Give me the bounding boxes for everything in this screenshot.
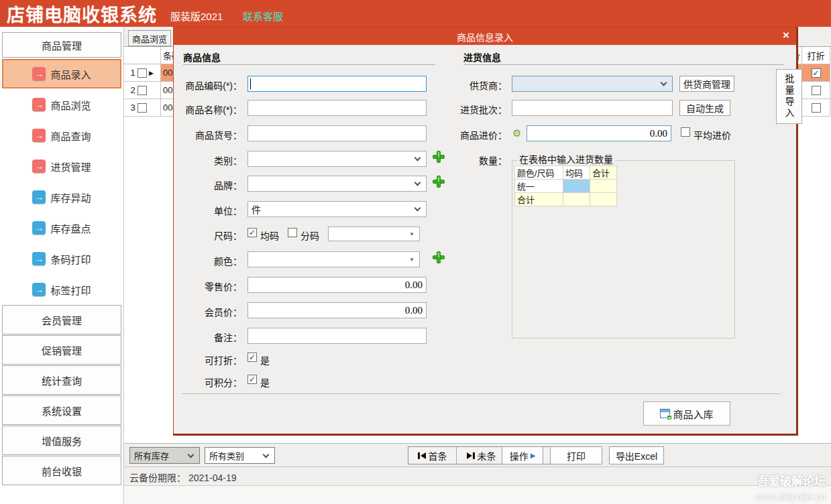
sidebar-item-inventory-count[interactable]: → 库存盘点 <box>2 213 121 243</box>
sidebar-group-front-cashier[interactable]: 前台收银 <box>2 456 121 485</box>
sidebar-item-purchase-management[interactable]: → 进货管理 <box>2 151 121 181</box>
export-excel-button[interactable]: 导出Excel <box>609 446 664 464</box>
discountable-checkbox[interactable]: ✓ <box>247 353 257 362</box>
field-label-code: 商品编码(*)： <box>142 78 242 92</box>
dialog-title: 商品信息录入 <box>174 30 796 44</box>
discount-checkbox-checked[interactable]: ✓ <box>812 68 821 78</box>
sidebar-item-inventory-change[interactable]: → 库存异动 <box>2 182 121 212</box>
bottom-toolbar: 所有库存 所有类别 首条 未条 ✓ 提交 × 取消 操作 ▶ <box>124 443 831 466</box>
sidebar-group-value-added-services[interactable]: 增值服务 <box>2 426 121 455</box>
field-label-name: 商品名称(*)： <box>142 103 242 116</box>
sidebar-group-product-management[interactable]: 商品管理 <box>2 32 121 58</box>
product-sku-input[interactable] <box>247 125 427 141</box>
discount-checkbox[interactable]: ✓ <box>812 86 821 95</box>
section-divider <box>463 64 784 65</box>
sidebar-item-barcode-print[interactable]: → 条码打印 <box>2 244 121 273</box>
stock-in-icon <box>660 409 670 418</box>
product-name-input[interactable] <box>247 100 427 116</box>
table-cell-discount[interactable]: ✓ <box>802 99 830 117</box>
field-label-qty: 数量： <box>406 153 507 167</box>
qty-table: 颜色/尺码 均码 合计 统一 合计 <box>514 166 617 206</box>
split-size-checkbox[interactable]: ✓ <box>288 228 297 237</box>
caret-down-icon: ▼ <box>409 231 414 237</box>
sidebar-group-promotion-management[interactable]: 促销管理 <box>2 335 121 365</box>
field-label-remark: 备注： <box>142 330 242 344</box>
operate-button[interactable]: 操作 ▶ <box>502 446 543 464</box>
footer-divider <box>182 393 781 394</box>
sidebar-group-statistics-query[interactable]: 统计查询 <box>2 365 121 395</box>
unit-select[interactable]: 件 <box>247 201 427 217</box>
sidebar-item-label-print[interactable]: → 标签打印 <box>2 275 121 304</box>
size-group-select[interactable]: ▼ <box>328 227 420 241</box>
field-label-batch: 进货批次： <box>406 103 507 116</box>
product-entry-dialog: 商品信息录入 × 商品信息 进货信息 商品编码(*)： 商品名称(*)： 商品货… <box>173 27 798 436</box>
first-record-icon <box>418 452 426 459</box>
add-brand-icon[interactable] <box>433 176 445 188</box>
field-label-sku: 商品货号： <box>142 128 242 141</box>
field-label-category: 类别： <box>142 153 242 167</box>
sidebar-group-member-management[interactable]: 会员管理 <box>2 305 121 334</box>
category-select[interactable] <box>247 151 427 167</box>
batch-import-button[interactable]: 批量导入 <box>776 69 802 124</box>
retail-price-input[interactable] <box>247 277 427 293</box>
discount-checkbox[interactable]: ✓ <box>812 103 821 113</box>
chevron-down-icon <box>263 451 270 458</box>
dialog-header[interactable]: 商品信息录入 × <box>174 27 796 45</box>
sidebar-item-product-browse[interactable]: → 商品浏览 <box>2 90 121 119</box>
sidebar-group-system-settings[interactable]: 系统设置 <box>2 395 121 425</box>
tab-product-browse[interactable]: 商品浏览 <box>128 30 171 46</box>
auto-generate-button[interactable]: 自动生成 <box>679 100 730 116</box>
first-record-button[interactable]: 首条 <box>408 447 457 464</box>
qty-header-color-size: 颜色/尺码 <box>515 166 563 180</box>
field-label-discountable: 可打折： <box>142 353 242 367</box>
color-select[interactable]: ▼ <box>247 251 420 267</box>
caret-down-icon: ▼ <box>409 257 414 263</box>
last-record-button[interactable]: 未条 <box>457 447 506 464</box>
sidebar: 商品管理 → 商品录入 → 商品浏览 → 商品查询 → 进货管理 → 库存异动 … <box>0 27 124 504</box>
section-divider <box>183 64 435 65</box>
app-edition: 服装版2021 <box>170 9 223 23</box>
watermark: 吾爱破解论坛 www.52pojie.cn <box>756 475 826 503</box>
add-color-icon[interactable] <box>433 251 445 263</box>
chevron-down-icon <box>661 80 667 86</box>
arrow-right-icon: → <box>32 160 46 173</box>
status-bar-lower <box>124 485 831 504</box>
gear-icon[interactable]: ⚙ <box>512 128 521 138</box>
close-icon[interactable]: × <box>783 29 789 42</box>
points-checkbox[interactable]: ✓ <box>247 375 257 384</box>
qty-header-total: 合计 <box>590 166 617 180</box>
section-purchase-info: 进货信息 <box>463 50 501 64</box>
sidebar-item-product-entry[interactable]: → 商品录入 <box>2 59 121 88</box>
stock-in-button[interactable]: 商品入库 <box>643 401 730 426</box>
app-title: 店铺电脑收银系统 <box>7 1 157 27</box>
brand-select[interactable] <box>247 176 427 192</box>
last-record-icon <box>467 452 475 459</box>
qty-total-cell <box>590 180 617 193</box>
table-cell-discount[interactable]: ✓ <box>802 82 830 99</box>
print-button[interactable]: 打印 <box>550 446 602 464</box>
category-filter-select[interactable]: 所有类别 <box>205 447 275 464</box>
field-label-points: 可积分： <box>142 375 242 389</box>
supplier-manage-button[interactable]: 供货商管理 <box>679 76 734 92</box>
supplier-select[interactable] <box>512 76 673 92</box>
table-header-discount: 打折 <box>802 47 830 64</box>
qty-row-total-label: 合计 <box>515 193 563 206</box>
remark-input[interactable] <box>247 328 427 344</box>
qty-input-cell[interactable] <box>563 180 590 193</box>
stock-filter-select[interactable]: 所有库存 <box>129 447 200 464</box>
field-label-unit: 单位： <box>142 204 242 217</box>
arrow-right-icon: → <box>32 129 46 142</box>
app-window: 店铺电脑收银系统 服装版2021 联系客服 商品管理 → 商品录入 → 商品浏览… <box>0 0 831 504</box>
table-cell-discount[interactable]: ✓ <box>802 64 830 82</box>
cost-price-input[interactable] <box>527 125 671 141</box>
qty-groupbox: 颜色/尺码 均码 合计 统一 合计 <box>512 160 735 338</box>
contact-support-link[interactable]: 联系客服 <box>243 9 283 23</box>
member-price-input[interactable] <box>247 302 427 318</box>
sidebar-item-product-query[interactable]: → 商品查询 <box>2 121 121 150</box>
average-cost-checkbox[interactable]: ✓ <box>681 127 690 137</box>
chevron-down-icon <box>414 180 421 186</box>
uniform-size-checkbox[interactable]: ✓ <box>247 228 257 237</box>
row-checkbox[interactable]: ✓ <box>137 68 147 78</box>
purchase-batch-input[interactable] <box>512 100 673 116</box>
product-code-input[interactable] <box>247 76 427 92</box>
